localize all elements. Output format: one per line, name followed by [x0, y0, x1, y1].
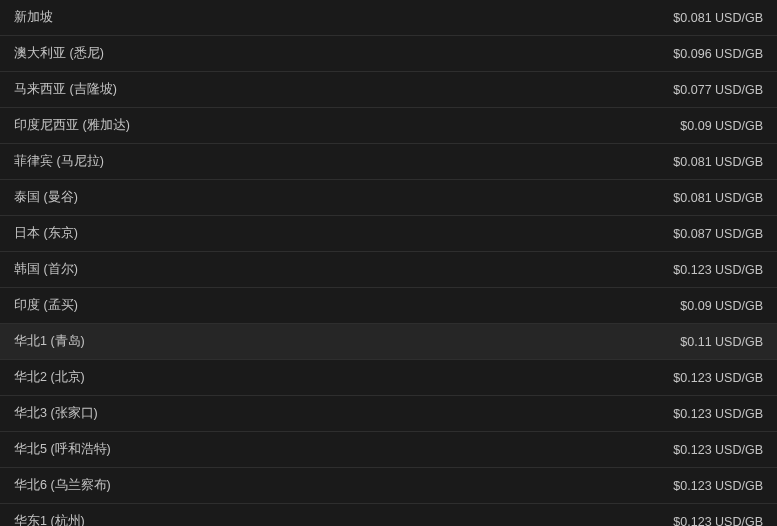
table-row[interactable]: 华北3 (张家口) $0.123 USD/GB	[0, 396, 777, 432]
region-price: $0.077 USD/GB	[673, 83, 763, 97]
region-price: $0.123 USD/GB	[673, 371, 763, 385]
table-row[interactable]: 华东1 (杭州) $0.123 USD/GB	[0, 504, 777, 526]
region-name: 华北2 (北京)	[14, 369, 85, 386]
table-row[interactable]: 华北5 (呼和浩特) $0.123 USD/GB	[0, 432, 777, 468]
region-name: 华北5 (呼和浩特)	[14, 441, 111, 458]
region-name: 新加坡	[14, 9, 53, 26]
region-price: $0.09 USD/GB	[680, 119, 763, 133]
region-name: 日本 (东京)	[14, 225, 78, 242]
pricing-table: 新加坡 $0.081 USD/GB 澳大利亚 (悉尼) $0.096 USD/G…	[0, 0, 777, 526]
region-name: 泰国 (曼谷)	[14, 189, 78, 206]
table-row[interactable]: 华北1 (青岛) $0.11 USD/GB	[0, 324, 777, 360]
region-price: $0.11 USD/GB	[680, 335, 763, 349]
region-name: 印度尼西亚 (雅加达)	[14, 117, 130, 134]
region-name: 华东1 (杭州)	[14, 513, 85, 526]
table-row[interactable]: 韩国 (首尔) $0.123 USD/GB	[0, 252, 777, 288]
table-row[interactable]: 日本 (东京) $0.087 USD/GB	[0, 216, 777, 252]
region-name: 印度 (孟买)	[14, 297, 78, 314]
region-price: $0.081 USD/GB	[673, 191, 763, 205]
region-price: $0.096 USD/GB	[673, 47, 763, 61]
table-row[interactable]: 新加坡 $0.081 USD/GB	[0, 0, 777, 36]
region-price: $0.123 USD/GB	[673, 407, 763, 421]
table-row[interactable]: 华北6 (乌兰察布) $0.123 USD/GB	[0, 468, 777, 504]
region-price: $0.09 USD/GB	[680, 299, 763, 313]
region-name: 华北6 (乌兰察布)	[14, 477, 111, 494]
region-price: $0.123 USD/GB	[673, 515, 763, 527]
region-name: 华北3 (张家口)	[14, 405, 98, 422]
table-row[interactable]: 华北2 (北京) $0.123 USD/GB	[0, 360, 777, 396]
table-row[interactable]: 泰国 (曼谷) $0.081 USD/GB	[0, 180, 777, 216]
region-name: 韩国 (首尔)	[14, 261, 78, 278]
region-name: 澳大利亚 (悉尼)	[14, 45, 104, 62]
region-price: $0.123 USD/GB	[673, 443, 763, 457]
region-name: 华北1 (青岛)	[14, 333, 85, 350]
region-name: 马来西亚 (吉隆坡)	[14, 81, 117, 98]
table-row[interactable]: 印度尼西亚 (雅加达) $0.09 USD/GB	[0, 108, 777, 144]
table-row[interactable]: 马来西亚 (吉隆坡) $0.077 USD/GB	[0, 72, 777, 108]
region-price: $0.123 USD/GB	[673, 263, 763, 277]
table-row[interactable]: 印度 (孟买) $0.09 USD/GB	[0, 288, 777, 324]
table-row[interactable]: 澳大利亚 (悉尼) $0.096 USD/GB	[0, 36, 777, 72]
table-row[interactable]: 菲律宾 (马尼拉) $0.081 USD/GB	[0, 144, 777, 180]
region-name: 菲律宾 (马尼拉)	[14, 153, 104, 170]
region-price: $0.081 USD/GB	[673, 155, 763, 169]
region-price: $0.081 USD/GB	[673, 11, 763, 25]
region-price: $0.087 USD/GB	[673, 227, 763, 241]
region-price: $0.123 USD/GB	[673, 479, 763, 493]
